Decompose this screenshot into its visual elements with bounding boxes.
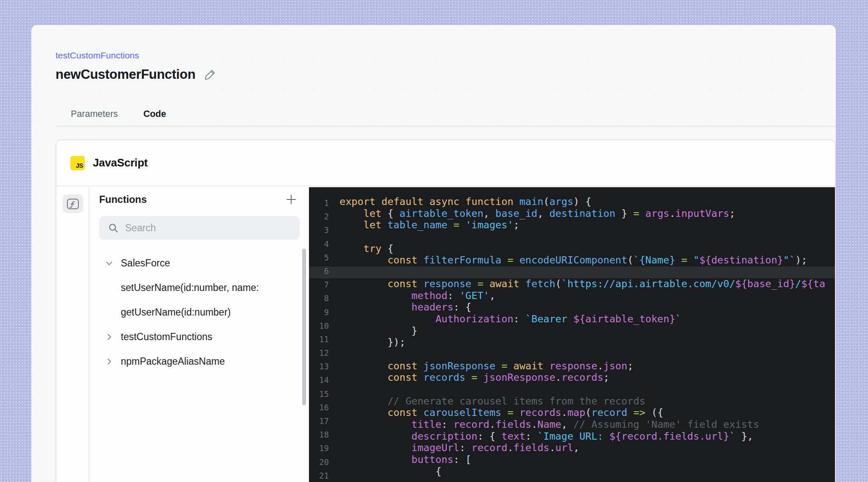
chevron-down-icon (105, 259, 121, 268)
token-pn: : { (453, 301, 471, 313)
code-line[interactable]: method: 'GET', (339, 290, 835, 302)
token-pn: ; (729, 208, 735, 219)
token-pn (339, 442, 412, 454)
token-pn (339, 465, 435, 477)
token-pn: . (555, 371, 561, 383)
code-line[interactable]: const records = jsonResponse.records; (339, 372, 835, 384)
token-str: "` (783, 254, 795, 266)
token-op: = (453, 219, 465, 231)
tab-parameters[interactable]: Parameters (58, 102, 131, 126)
token-pn: } (412, 325, 417, 337)
sidebar-scrollbar[interactable] (302, 249, 306, 405)
token-prop: text (501, 430, 526, 442)
token-prop: headers (412, 301, 453, 313)
function-icon (67, 198, 79, 210)
token-prop: args (645, 208, 670, 219)
line-number: 21 (309, 469, 329, 482)
code-line[interactable]: let { airtable_token, base_id, destinati… (339, 208, 835, 220)
line-number: 2 (309, 210, 329, 223)
token-prop: fields (513, 442, 549, 454)
chevron-right-icon (105, 332, 121, 341)
token-pn: ); (795, 254, 807, 266)
token-pn: ; (627, 360, 633, 372)
token-prop: method (412, 290, 448, 302)
token-pn: ( (585, 407, 591, 418)
add-function-button[interactable] (284, 193, 298, 206)
tree-item-npmpackagealiasname[interactable]: npmPackageAliasName (89, 349, 303, 374)
token-pn: { (387, 208, 399, 219)
code-line[interactable]: headers: { (339, 302, 835, 313)
token-op: = (507, 407, 519, 418)
token-kw: let (364, 208, 388, 219)
token-pn: : (459, 442, 471, 454)
tab-label: Parameters (71, 109, 118, 119)
chevron-right-icon (105, 357, 121, 366)
token-prop: jsonResponse (484, 371, 556, 383)
title-row: newCustomerFunction (56, 67, 217, 82)
code-line[interactable]: const jsonResponse = await response.json… (339, 360, 835, 372)
code-line[interactable]: const carouselItems = records.map(record… (339, 407, 835, 419)
token-var: encodeURIComponent (519, 254, 627, 266)
edit-pencil-icon[interactable] (204, 68, 217, 81)
token-pn: : [ (453, 454, 471, 465)
token-pn: . (531, 418, 537, 430)
token-pn: . (669, 208, 675, 219)
token-prop: ${destination} (699, 254, 783, 266)
breadcrumb[interactable]: testCustomFunctions (56, 50, 139, 61)
code-line[interactable]: Authorization: `Bearer ${airtable_token}… (339, 313, 835, 325)
token-pn: ; (604, 371, 609, 383)
token-prop: ${record.fields.url} (609, 430, 729, 442)
token-str: ` (729, 430, 735, 442)
token-prop: response (549, 360, 597, 372)
code-line[interactable]: imageUrl: record.fields.url, (339, 442, 835, 454)
tree-item-salesforce[interactable]: SalesForce (89, 251, 303, 275)
token-pn (339, 325, 412, 337)
token-cm: // Assuming 'Name' field exists (573, 418, 760, 430)
app-window: testCustomFunctions newCustomerFunction … (31, 25, 836, 482)
token-prop: fields (495, 418, 531, 430)
line-number: 13 (309, 360, 329, 373)
token-var: response (423, 278, 477, 290)
code-line[interactable]: }); (339, 337, 835, 349)
code-line[interactable] (339, 231, 835, 243)
code-line[interactable]: // Generate carousel items from the reco… (339, 396, 835, 407)
code-line[interactable]: let table_name = 'images'; (339, 219, 835, 231)
token-prop: record (453, 418, 490, 430)
code-line[interactable]: const response = await fetch(`https://ap… (339, 278, 835, 290)
code-line-active[interactable] (339, 266, 835, 278)
token-pn (339, 360, 387, 372)
token-kw: export default async function (339, 196, 519, 208)
token-prop: inputVars (675, 208, 729, 219)
code-line[interactable]: { (339, 466, 835, 478)
functions-rail-button[interactable] (63, 194, 83, 213)
token-var: filterFormula (423, 254, 507, 266)
code-line[interactable]: const filterFormula = encodeURIComponent… (339, 255, 835, 266)
token-str: " (693, 254, 699, 266)
token-prop: json (604, 360, 628, 372)
editor-body: Functions SalesForcesetUserName(id:n (56, 187, 835, 482)
line-number: 12 (309, 346, 329, 360)
token-kw: const (387, 278, 423, 290)
code-line[interactable] (339, 349, 835, 360)
token-op: => (633, 407, 651, 418)
token-prop: description (412, 430, 478, 442)
code-line[interactable]: try { (339, 243, 835, 255)
token-pn: { (435, 465, 441, 477)
tree-item-label: getUserName(id:number) (121, 307, 231, 318)
search-input[interactable] (125, 222, 286, 234)
code-editor[interactable]: 123456789101112131415161718192021 export… (309, 187, 835, 482)
code-line[interactable]: title: record.fields.Name, // Assuming '… (339, 419, 835, 431)
line-number: 9 (309, 305, 329, 319)
line-number: 19 (309, 441, 329, 455)
tree-item-setusername-id-number-name-[interactable]: setUserName(id:number, name: (89, 275, 303, 300)
tab-code[interactable]: Code (131, 102, 179, 126)
token-var: carouselItems (423, 407, 507, 418)
code-line[interactable]: description: { text: `Image URL: ${recor… (339, 431, 835, 443)
tree-item-testcustomfunctions[interactable]: testCustomFunctions (89, 324, 303, 349)
code-line[interactable] (339, 384, 835, 396)
tree-item-getusername-id-number-[interactable]: getUserName(id:number) (89, 300, 303, 324)
code-line[interactable]: } (339, 325, 835, 337)
code-line[interactable]: buttons: [ (339, 454, 835, 466)
code-line[interactable]: export default async function main(args)… (339, 196, 835, 208)
token-prop: url (555, 442, 573, 454)
